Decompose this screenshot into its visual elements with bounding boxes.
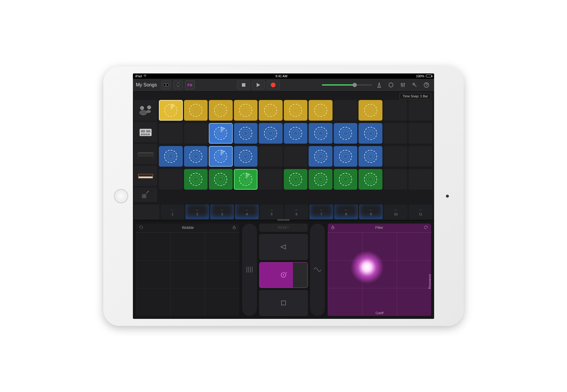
browser-button[interactable]	[161, 81, 171, 89]
column-trigger[interactable]: ︿7	[309, 204, 333, 219]
track-head-keyboard[interactable]	[134, 144, 157, 164]
loop-cell[interactable]	[234, 123, 258, 144]
column-trigger[interactable]: ︿10	[384, 204, 408, 219]
loop-cell[interactable]	[234, 146, 258, 167]
loop-cell[interactable]	[159, 100, 183, 121]
loop-icon[interactable]	[386, 80, 396, 90]
loop-cell[interactable]	[209, 100, 233, 121]
svg-rect-15	[141, 134, 143, 135]
track-head-synth[interactable]	[134, 165, 157, 186]
track-head-drums[interactable]	[134, 100, 157, 121]
wave-strip[interactable]	[310, 224, 325, 316]
stop-fx-button[interactable]	[259, 290, 308, 316]
home-button[interactable]	[114, 189, 128, 203]
grid-row	[158, 122, 434, 144]
lock-icon[interactable]	[331, 225, 335, 230]
loop-cell[interactable]	[209, 169, 233, 190]
loop-cell[interactable]	[408, 169, 432, 190]
grid-edit-button[interactable]	[134, 187, 157, 202]
loop-cell[interactable]	[234, 100, 258, 121]
mixer-icon[interactable]	[398, 80, 408, 90]
column-trigger[interactable]: ︿11	[409, 204, 432, 219]
reverse-button[interactable]	[259, 234, 308, 260]
battery-icon	[426, 75, 432, 77]
loop-cell[interactable]	[384, 146, 408, 167]
time-snap-badge[interactable]: Time Snap: 1 Bar	[400, 93, 431, 99]
column-trigger[interactable]: ︿2	[185, 204, 209, 219]
loop-cell[interactable]	[359, 123, 382, 144]
loop-cell[interactable]	[184, 146, 208, 167]
live-loops-grid	[133, 92, 434, 203]
loop-cell[interactable]	[159, 123, 183, 144]
stop-button[interactable]	[237, 81, 250, 89]
loop-cell[interactable]	[334, 100, 358, 121]
loop-cell[interactable]	[209, 123, 233, 144]
settings-icon[interactable]	[410, 80, 419, 90]
project-title[interactable]: My Songs	[136, 82, 157, 88]
loop-cell[interactable]	[159, 146, 183, 167]
column-trigger[interactable]: ︿4	[235, 204, 259, 219]
column-trigger[interactable]: ︿8	[334, 204, 358, 219]
xy-pad-filter[interactable]: Filter Cutoff Resonance	[328, 224, 431, 316]
loop-cell[interactable]	[359, 146, 382, 167]
loop-cell[interactable]	[384, 100, 408, 121]
loop-cell[interactable]	[334, 169, 358, 190]
loop-cell[interactable]	[259, 100, 283, 121]
gate-strip[interactable]	[242, 224, 257, 316]
wobble-title: Wobble	[182, 226, 194, 230]
master-volume[interactable]	[322, 84, 372, 86]
metronome-icon[interactable]	[374, 80, 384, 90]
loop-cell[interactable]	[234, 169, 258, 190]
xy-pad-wobble[interactable]: Wobble	[136, 224, 239, 316]
record-button[interactable]	[267, 81, 280, 89]
loop-cell[interactable]	[309, 169, 333, 190]
lock-icon[interactable]	[232, 225, 236, 230]
loop-cell[interactable]	[259, 123, 283, 144]
status-bar: iPad 9:41 AM 100%	[133, 73, 434, 79]
column-trigger[interactable]: ︿9	[359, 204, 383, 219]
column-trigger[interactable]: ︿5	[260, 204, 284, 219]
loop-cell[interactable]	[284, 169, 308, 190]
loop-cell[interactable]	[408, 146, 432, 167]
column-trigger[interactable]: ︿3	[210, 204, 234, 219]
column-triggers: ︿1︿2︿3︿4︿5︿6︿7︿8︿9︿10︿11	[133, 203, 434, 220]
scratch-button[interactable]	[259, 262, 308, 288]
help-icon[interactable]	[422, 80, 431, 90]
loop-cell[interactable]	[184, 123, 208, 144]
loop-cell[interactable]	[334, 146, 358, 167]
loop-cell[interactable]	[309, 100, 333, 121]
loop-cell[interactable]	[408, 100, 432, 121]
svg-rect-27	[233, 227, 235, 229]
loop-cell[interactable]	[159, 169, 183, 190]
loop-cell[interactable]	[284, 146, 308, 167]
loop-cell[interactable]	[309, 146, 333, 167]
loop-cell[interactable]	[184, 169, 208, 190]
panel-drag-handle[interactable]	[277, 219, 290, 221]
fx-button[interactable]: FX	[185, 81, 195, 89]
svg-rect-17	[146, 134, 147, 135]
loop-cell[interactable]	[309, 123, 333, 144]
loop-cell[interactable]	[259, 169, 283, 190]
loop-cell[interactable]	[209, 146, 233, 167]
loop-cell[interactable]	[284, 123, 308, 144]
column-trigger[interactable]: ︿6	[285, 204, 308, 219]
loop-cell[interactable]	[284, 100, 308, 121]
loop-cell[interactable]	[259, 146, 283, 167]
microphone-button[interactable]	[173, 81, 183, 89]
track-head-sampler[interactable]	[134, 122, 157, 142]
column-trigger[interactable]: ︿1	[161, 204, 184, 219]
play-button[interactable]	[252, 81, 265, 89]
loop-cell[interactable]	[408, 123, 432, 144]
loop-cell[interactable]	[384, 169, 408, 190]
svg-point-8	[140, 110, 147, 115]
loop-cell[interactable]	[184, 100, 208, 121]
cycle-left-icon[interactable]	[139, 225, 144, 230]
loop-cell[interactable]	[359, 100, 382, 121]
svg-rect-21	[139, 177, 153, 178]
cycle-right-icon[interactable]	[423, 225, 428, 230]
svg-rect-3	[242, 83, 245, 87]
loop-cell[interactable]	[384, 123, 408, 144]
loop-cell[interactable]	[359, 169, 382, 190]
reset-button[interactable]: RESET	[259, 224, 308, 232]
loop-cell[interactable]	[334, 123, 358, 144]
